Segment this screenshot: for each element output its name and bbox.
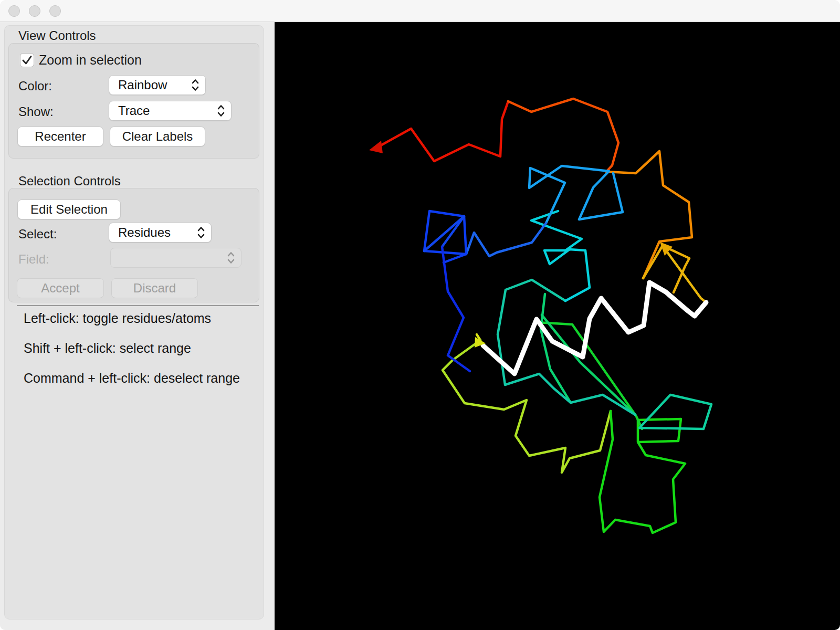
- chain-skyblue: [529, 166, 623, 223]
- window-titlebar: [0, 0, 840, 22]
- help-line-command-click: Command + left-click: deselect range: [24, 371, 240, 386]
- chain-yellowgreen: [443, 340, 611, 472]
- red-terminus-arrow: [369, 141, 383, 153]
- chain-red: [377, 101, 508, 161]
- color-popup[interactable]: Rainbow: [109, 75, 206, 95]
- traffic-lights: [8, 5, 61, 17]
- zoom-in-selection-label: Zoom in selection: [39, 52, 142, 68]
- accept-button: Accept: [17, 278, 104, 298]
- selection-controls-title: Selection Controls: [18, 174, 121, 188]
- color-label: Color:: [18, 79, 52, 93]
- recenter-button[interactable]: Recenter: [17, 127, 103, 146]
- selection-white: [483, 282, 706, 374]
- minimize-button[interactable]: [29, 5, 40, 17]
- zoom-in-selection-checkbox[interactable]: [20, 53, 34, 67]
- molecule-svg: [275, 22, 840, 630]
- app-window: View Controls Zoom in selection Color: R…: [0, 0, 840, 630]
- chain-orangered: [508, 99, 618, 172]
- show-label: Show:: [18, 104, 54, 119]
- stepper-chevrons-icon: [196, 225, 206, 240]
- field-popup: [110, 248, 242, 268]
- chain-blue-mid: [466, 223, 546, 256]
- help-line-left-click: Left-click: toggle residues/atoms: [24, 311, 211, 326]
- molecule-viewport[interactable]: [275, 22, 840, 630]
- zoom-button[interactable]: [49, 5, 61, 17]
- controls-sidebar: View Controls Zoom in selection Color: R…: [0, 22, 275, 630]
- stepper-chevrons-icon: [216, 103, 226, 119]
- close-button[interactable]: [8, 5, 20, 17]
- show-popup-value: Trace: [118, 103, 216, 118]
- edit-selection-button[interactable]: Edit Selection: [17, 200, 121, 219]
- field-label: Field:: [18, 252, 49, 267]
- clear-labels-button[interactable]: Clear Labels: [110, 127, 205, 146]
- help-line-shift-click: Shift + left-click: select range: [24, 341, 191, 356]
- show-popup[interactable]: Trace: [109, 101, 232, 121]
- stepper-chevrons-icon: [226, 250, 236, 266]
- discard-button: Discard: [111, 278, 198, 298]
- select-popup-value: Residues: [118, 225, 196, 240]
- select-label: Select:: [18, 227, 57, 242]
- checkmark-icon: [20, 54, 34, 67]
- divider: [17, 305, 259, 306]
- view-controls-title: View Controls: [18, 28, 96, 43]
- chain-cyan: [531, 211, 590, 301]
- chain-orange: [606, 151, 692, 278]
- stepper-chevrons-icon: [191, 77, 200, 93]
- select-popup[interactable]: Residues: [109, 223, 212, 243]
- chain-blue-tail: [442, 247, 470, 371]
- chain-teal-quad: [639, 395, 711, 429]
- color-popup-value: Rainbow: [118, 78, 191, 92]
